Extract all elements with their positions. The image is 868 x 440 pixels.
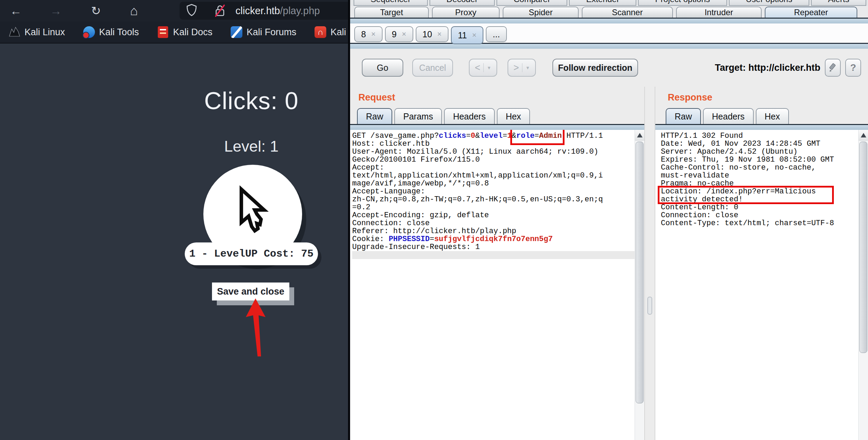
- code-line: Accept-Encoding: gzip, deflate: [352, 211, 632, 219]
- url-path: /play.php: [280, 5, 320, 16]
- response-editor[interactable]: HTTP/1.1 302 FoundDate: Wed, 01 Nov 2023…: [655, 130, 868, 440]
- response-scrollbar[interactable]: [858, 130, 868, 440]
- tab-strip: [350, 43, 868, 49]
- splitter-grip[interactable]: [647, 297, 652, 315]
- request-tab-raw[interactable]: Raw: [357, 108, 392, 124]
- close-icon[interactable]: ×: [402, 30, 406, 39]
- chevron-down-icon: ▼: [487, 65, 491, 70]
- request-tab-params[interactable]: Params: [394, 108, 442, 124]
- code-line: Host: clicker.htb: [352, 140, 632, 148]
- url-text[interactable]: clicker.htb/play.php: [235, 5, 320, 17]
- repeater-session-tabs: 8×9×10×11×...: [350, 23, 868, 43]
- pencil-icon: [828, 63, 838, 73]
- code-line: Accept:: [352, 164, 632, 172]
- request-tab-hex[interactable]: Hex: [497, 108, 530, 124]
- go-button[interactable]: Go: [362, 59, 403, 77]
- firefox-window: ← → ↻ ⌂ clicker.htb/play.php Kali Li: [0, 0, 348, 440]
- bookmark-kali-linux[interactable]: Kali Linux: [8, 26, 65, 38]
- burp-tabs-row-secondary: SequencerDecoderComparerExtenderProject …: [350, 0, 868, 6]
- tab-strip: [655, 124, 868, 130]
- repeater-split-view: Request RawParamsHeadersHex GET /save_ga…: [350, 87, 868, 440]
- close-icon[interactable]: ×: [472, 31, 476, 40]
- forward-icon[interactable]: →: [48, 3, 64, 19]
- red-highlight-box: &role=Admin: [512, 132, 562, 140]
- levelup-button[interactable]: 1 - LevelUP Cost: 75: [185, 242, 318, 265]
- session-tab-label: ...: [493, 29, 500, 39]
- url-bar[interactable]: clicker.htb/play.php: [180, 2, 348, 20]
- scrollbar-thumb[interactable]: [636, 142, 644, 403]
- close-icon[interactable]: ×: [437, 30, 442, 39]
- code-line: Content-Length: 0: [661, 203, 856, 211]
- session-tab-10[interactable]: 10×: [416, 26, 449, 42]
- kali-forums-icon: [230, 26, 243, 38]
- request-editor[interactable]: GET /save_game.php?clicks=0&level=1&role…: [350, 130, 644, 440]
- request-tab-headers[interactable]: Headers: [444, 108, 495, 124]
- tab-alerts[interactable]: Alerts: [811, 0, 866, 6]
- burp-window: SequencerDecoderComparerExtenderProject …: [348, 0, 868, 440]
- tab-sequencer[interactable]: Sequencer: [354, 0, 428, 6]
- annotation-arrow: [239, 297, 272, 358]
- code-line: must-revalidate: [661, 172, 856, 180]
- response-tab-hex[interactable]: Hex: [756, 108, 789, 124]
- code-line: Connection: close: [661, 211, 856, 219]
- code-line: Cache-Control: no-store, no-cache,: [661, 164, 856, 172]
- tab-comparer[interactable]: Comparer: [496, 0, 567, 6]
- close-icon[interactable]: ×: [371, 30, 376, 39]
- shield-icon[interactable]: [186, 4, 197, 18]
- home-icon[interactable]: ⌂: [126, 3, 142, 19]
- tab-decoder[interactable]: Decoder: [430, 0, 495, 6]
- tab-extender[interactable]: Extender: [569, 0, 636, 6]
- tab-user-options[interactable]: User options: [729, 0, 809, 6]
- bookmark-kali-nethunter[interactable]: ∩ Kali NetHunt: [314, 26, 348, 38]
- code-line: Server: Apache/2.4.52 (Ubuntu): [661, 148, 856, 156]
- tab-scanner[interactable]: Scanner: [582, 7, 673, 18]
- kali-nethunter-icon: ∩: [314, 26, 327, 38]
- tab-project-options[interactable]: Project options: [638, 0, 727, 6]
- code-line: Gecko/20100101 Firefox/115.0: [352, 156, 632, 164]
- scroll-up-icon[interactable]: [859, 130, 868, 141]
- response-tab-headers[interactable]: Headers: [703, 108, 754, 124]
- tab-spider[interactable]: Spider: [503, 7, 579, 18]
- pane-splitter[interactable]: [644, 87, 655, 440]
- cancel-button[interactable]: Cancel: [412, 59, 453, 77]
- session-tab-label: 9: [392, 29, 397, 39]
- code-line: Expires: Thu, 19 Nov 1981 08:52:00 GMT: [661, 156, 856, 164]
- url-host: clicker.htb: [235, 5, 280, 16]
- scroll-up-icon[interactable]: [635, 130, 644, 141]
- session-tab-9[interactable]: 9×: [385, 26, 413, 42]
- bookmark-kali-forums[interactable]: Kali Forums: [230, 26, 296, 38]
- code-line: [352, 251, 642, 259]
- code-line: Referer: http://clicker.htb/play.php: [352, 227, 632, 235]
- broken-lock-icon[interactable]: [215, 4, 225, 17]
- bookmark-kali-docs[interactable]: Kali Docs: [157, 26, 212, 38]
- response-tab-raw[interactable]: Raw: [666, 108, 701, 124]
- session-tab-label: 8: [361, 29, 366, 39]
- edit-target-button[interactable]: [825, 59, 841, 77]
- tab-target[interactable]: Target: [354, 7, 429, 18]
- history-back-button[interactable]: <▼: [469, 59, 497, 77]
- bookmark-kali-tools[interactable]: Kali Tools: [83, 26, 139, 38]
- reload-icon[interactable]: ↻: [88, 3, 104, 19]
- burp-tabs-row-main: TargetProxySpiderScannerIntruderRepeater: [350, 6, 868, 18]
- code-line: Location: /index.php?err=Malicious: [661, 188, 856, 195]
- back-icon[interactable]: ←: [8, 3, 23, 19]
- kali-dragon-icon: [8, 26, 21, 38]
- help-button[interactable]: ?: [845, 59, 861, 77]
- kali-tools-icon: [83, 26, 95, 38]
- code-line: Date: Wed, 01 Nov 2023 14:28:45 GMT: [661, 140, 856, 148]
- tab-repeater[interactable]: Repeater: [765, 7, 857, 18]
- session-tab-12[interactable]: ...: [486, 26, 507, 42]
- tab-intruder[interactable]: Intruder: [676, 7, 762, 18]
- response-title: Response: [668, 92, 868, 103]
- session-tab-11[interactable]: 11×: [451, 26, 483, 44]
- follow-redirection-button[interactable]: Follow redirection: [552, 59, 638, 77]
- history-forward-button[interactable]: >▼: [508, 59, 536, 77]
- request-scrollbar[interactable]: [635, 130, 644, 440]
- chevron-down-icon: ▼: [525, 65, 530, 70]
- request-pane: Request RawParamsHeadersHex GET /save_ga…: [350, 87, 644, 440]
- tab-proxy[interactable]: Proxy: [432, 7, 500, 18]
- session-tab-label: 10: [423, 29, 432, 39]
- session-tab-8[interactable]: 8×: [354, 26, 383, 42]
- scrollbar-thumb[interactable]: [859, 142, 867, 353]
- code-line: HTTP/1.1 302 Found: [661, 132, 856, 140]
